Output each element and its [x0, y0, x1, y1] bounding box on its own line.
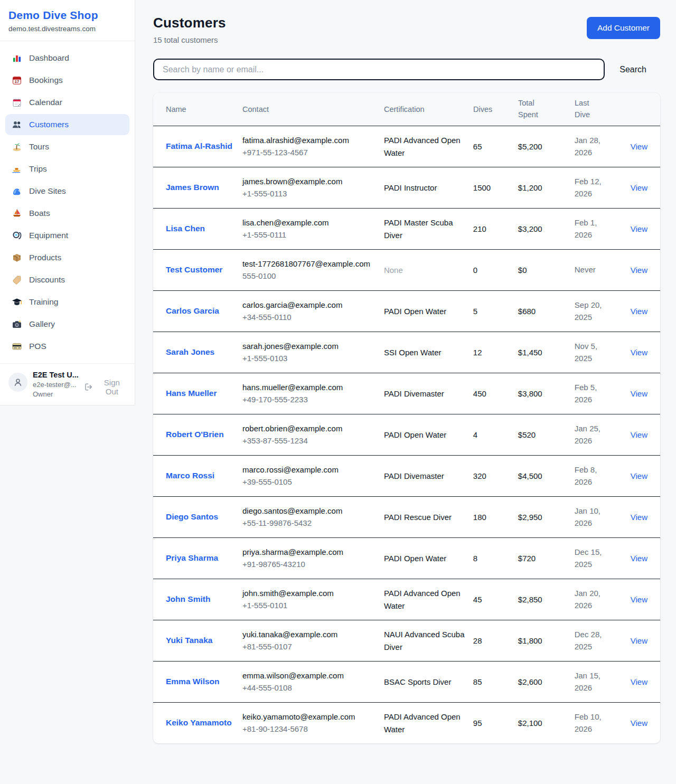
certification-text: PADI Rescue Diver [384, 513, 452, 522]
sidebar-item-label: Discounts [29, 275, 65, 285]
sidebar-item-dashboard[interactable]: Dashboard [5, 48, 129, 69]
table-header-row: NameContactCertificationDivesTotal Spent… [153, 93, 660, 126]
customer-name-link[interactable]: Keiko Yamamoto [166, 716, 232, 729]
sidebar-item-customers[interactable]: Customers [5, 114, 129, 135]
sidebar-item-bookings[interactable]: 17Bookings [5, 70, 129, 91]
dives-count: 450 [473, 389, 486, 398]
customer-name-link[interactable]: Hans Mueller [166, 387, 217, 400]
customer-phone: +91-98765-43210 [242, 559, 377, 571]
customer-name-link[interactable]: Test Customer [166, 263, 222, 276]
last-dive-date: Feb 5, 2026 [575, 382, 606, 405]
sidebar-item-label: Customers [29, 120, 69, 129]
column-header-name: Name [166, 105, 242, 114]
search-button[interactable]: Search [605, 65, 660, 74]
dives-count: 320 [473, 471, 486, 480]
sidebar-item-products[interactable]: Products [5, 247, 129, 268]
customer-contact: diego.santos@example.com+55-11-99876-543… [242, 505, 384, 530]
bar-chart-icon [12, 53, 22, 63]
total-spent: $2,950 [518, 513, 542, 522]
customer-name-link[interactable]: Fatima Al-Rashid [166, 140, 232, 153]
view-link[interactable]: View [631, 142, 647, 151]
view-link[interactable]: View [631, 677, 647, 686]
sidebar-item-trips[interactable]: Trips [5, 158, 129, 180]
customer-name-link[interactable]: John Smith [166, 593, 210, 606]
sidebar-item-pos[interactable]: POS [5, 336, 129, 357]
view-link[interactable]: View [631, 389, 647, 398]
customer-name-link[interactable]: James Brown [166, 181, 219, 194]
view-link[interactable]: View [631, 513, 647, 522]
search-input[interactable] [153, 59, 605, 80]
diving-mask-icon [12, 230, 22, 241]
sidebar-item-tours[interactable]: Tours [5, 136, 129, 157]
customer-email: test-1772681807767@example.com [242, 258, 377, 270]
last-dive-date: Dec 28, 2025 [575, 629, 606, 653]
total-spent: $720 [518, 554, 536, 563]
view-link[interactable]: View [631, 430, 647, 439]
table-row: Keiko Yamamotokeiko.yamamoto@example.com… [153, 702, 660, 743]
user-name: E2E Test U... [33, 371, 79, 379]
customers-table: NameContactCertificationDivesTotal Spent… [153, 93, 660, 743]
customer-name-link[interactable]: Priya Sharma [166, 552, 218, 564]
add-customer-button[interactable]: Add Customer [587, 17, 660, 39]
customer-name-link[interactable]: Marco Rossi [166, 469, 214, 482]
customer-phone: +81-90-1234-5678 [242, 723, 377, 735]
view-link[interactable]: View [631, 595, 647, 604]
sidebar-item-equipment[interactable]: Equipment [5, 225, 129, 246]
sidebar-item-discounts[interactable]: Discounts [5, 269, 129, 290]
table-body: Fatima Al-Rashidfatima.alrashid@example.… [153, 126, 660, 743]
customer-phone: +55-11-99876-5432 [242, 517, 377, 530]
dives-count: 0 [473, 266, 477, 275]
customer-name-link[interactable]: Carlos Garcia [166, 305, 219, 317]
calendar-date-icon: 17 [12, 75, 22, 86]
customer-email: keiko.yamamoto@example.com [242, 711, 377, 723]
view-link[interactable]: View [631, 224, 647, 233]
total-spent: $0 [518, 266, 527, 275]
customer-phone: +1-555-0101 [242, 600, 377, 612]
sidebar-item-training[interactable]: Training [5, 291, 129, 313]
view-link[interactable]: View [631, 266, 647, 275]
dives-count: 28 [473, 636, 482, 645]
sidebar-item-label: Bookings [29, 75, 63, 85]
column-header-last-dive: Last Dive [575, 98, 631, 121]
customer-name-link[interactable]: Robert O'Brien [166, 428, 224, 441]
customer-name-link[interactable]: Sarah Jones [166, 346, 214, 358]
customer-email: carlos.garcia@example.com [242, 299, 377, 311]
dives-count: 45 [473, 595, 482, 604]
view-link[interactable]: View [631, 471, 647, 480]
customer-phone: +39-555-0105 [242, 476, 377, 488]
customer-phone: +81-555-0107 [242, 641, 377, 653]
view-link[interactable]: View [631, 554, 647, 563]
sidebar-item-gallery[interactable]: Gallery [5, 314, 129, 335]
user-info: E2E Test U... e2e-tester@... Owner [33, 371, 79, 398]
view-link[interactable]: View [631, 636, 647, 645]
sidebar-item-boats[interactable]: Boats [5, 203, 129, 224]
view-link[interactable]: View [631, 307, 647, 316]
sidebar-item-label: Boats [29, 209, 50, 218]
last-dive-date: Jan 10, 2026 [575, 505, 606, 529]
total-spent: $520 [518, 430, 536, 439]
customer-contact: yuki.tanaka@example.com+81-555-0107 [242, 629, 384, 653]
view-link[interactable]: View [631, 719, 647, 728]
customer-name-link[interactable]: Lisa Chen [166, 222, 205, 235]
customer-email: robert.obrien@example.com [242, 423, 377, 435]
sign-out-button[interactable]: Sign Out [84, 371, 127, 396]
sidebar-item-dive-sites[interactable]: Dive Sites [5, 181, 129, 202]
view-link[interactable]: View [631, 183, 647, 192]
last-dive-date: Feb 1, 2026 [575, 217, 606, 241]
customer-name-link[interactable]: Diego Santos [166, 511, 218, 523]
customer-contact: robert.obrien@example.com+353-87-555-123… [242, 423, 384, 447]
logout-icon [84, 382, 93, 392]
last-dive-date: Never [575, 264, 596, 276]
customer-name-link[interactable]: Yuki Tanaka [166, 634, 212, 647]
spiral-calendar-icon [12, 97, 22, 108]
customer-contact: sarah.jones@example.com+1-555-0103 [242, 341, 384, 365]
customer-name-link[interactable]: Emma Wilson [166, 675, 220, 688]
sidebar-item-label: Products [29, 253, 61, 262]
customer-contact: lisa.chen@example.com+1-555-0111 [242, 217, 384, 241]
customer-contact: carlos.garcia@example.com+34-555-0110 [242, 299, 384, 324]
people-icon [12, 119, 22, 130]
customer-phone: 555-0100 [242, 270, 377, 282]
table-row: Sarah Jonessarah.jones@example.com+1-555… [153, 332, 660, 373]
view-link[interactable]: View [631, 348, 647, 357]
sidebar-item-calendar[interactable]: Calendar [5, 92, 129, 113]
